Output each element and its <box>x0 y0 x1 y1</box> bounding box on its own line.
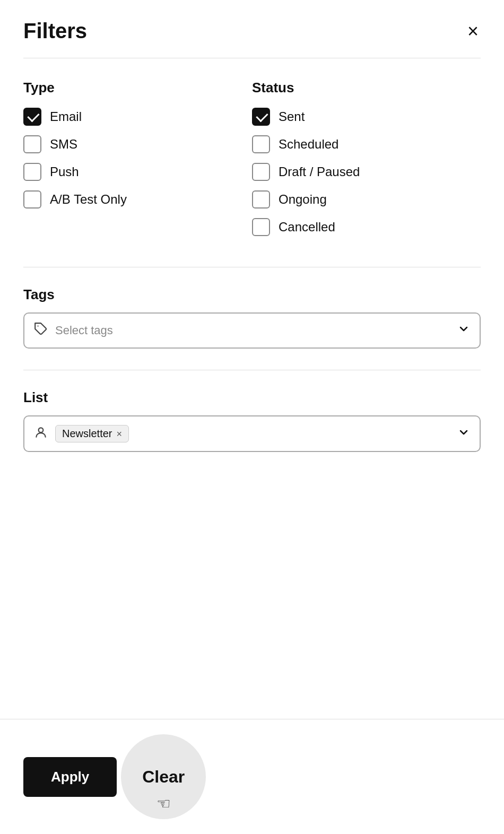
tags-section-label: Tags <box>23 286 481 303</box>
checkbox-ongoing-label: Ongoing <box>279 192 327 207</box>
checkbox-sent-label: Sent <box>279 109 305 124</box>
list-section: List Newsletter × <box>23 389 481 452</box>
checkbox-email-label: Email <box>50 109 82 124</box>
checkbox-scheduled[interactable]: Scheduled <box>252 135 481 153</box>
status-column: Status Sent Scheduled Draft / Paused <box>252 80 481 246</box>
checkbox-draft-paused-label: Draft / Paused <box>279 164 360 179</box>
tags-placeholder: Select tags <box>55 324 450 337</box>
filter-columns: Type Email SMS Push <box>23 80 481 246</box>
checkbox-email[interactable]: Email <box>23 108 252 126</box>
type-column: Type Email SMS Push <box>23 80 252 246</box>
cursor-hand-icon: ☜ <box>157 794 171 813</box>
checkbox-ab-test-label: A/B Test Only <box>50 192 127 207</box>
checkbox-sms-label: SMS <box>50 137 77 152</box>
checkbox-push-box[interactable] <box>23 163 41 181</box>
checkbox-cancelled[interactable]: Cancelled <box>252 218 481 236</box>
svg-point-1 <box>39 428 44 432</box>
panel-body: Type Email SMS Push <box>0 58 504 719</box>
checkbox-sent-box[interactable] <box>252 108 270 126</box>
newsletter-chip-label: Newsletter <box>62 428 112 440</box>
checkbox-sms-box[interactable] <box>23 135 41 153</box>
person-icon <box>34 425 48 442</box>
checkbox-draft-paused[interactable]: Draft / Paused <box>252 163 481 181</box>
type-label: Type <box>23 80 252 96</box>
checkbox-draft-paused-box[interactable] <box>252 163 270 181</box>
newsletter-chip[interactable]: Newsletter × <box>55 425 129 442</box>
checkbox-push-label: Push <box>50 164 79 179</box>
clear-button[interactable]: Clear <box>142 767 185 787</box>
apply-button[interactable]: Apply <box>23 757 117 797</box>
close-button[interactable]: × <box>465 20 481 43</box>
panel-header: Filters × <box>0 0 504 58</box>
panel-title: Filters <box>23 19 87 43</box>
tag-icon <box>34 322 48 339</box>
status-label: Status <box>252 80 481 96</box>
checkbox-cancelled-box[interactable] <box>252 218 270 236</box>
tags-dropdown[interactable]: Select tags <box>23 312 481 349</box>
checkbox-ongoing[interactable]: Ongoing <box>252 190 481 209</box>
newsletter-chip-remove[interactable]: × <box>116 429 122 439</box>
clear-ripple: Clear ☜ <box>121 734 206 819</box>
checkbox-cancelled-label: Cancelled <box>279 220 335 234</box>
checkbox-ongoing-box[interactable] <box>252 190 270 209</box>
checkbox-ab-test-box[interactable] <box>23 190 41 209</box>
list-dropdown[interactable]: Newsletter × <box>23 415 481 452</box>
tags-chevron-icon <box>457 323 470 338</box>
checkbox-ab-test[interactable]: A/B Test Only <box>23 190 252 209</box>
list-chevron-icon <box>457 426 470 442</box>
clear-btn-wrapper: Clear ☜ <box>121 734 206 819</box>
checkbox-scheduled-box[interactable] <box>252 135 270 153</box>
filters-panel: Filters × Type Email SMS <box>0 0 504 834</box>
checkbox-email-box[interactable] <box>23 108 41 126</box>
list-selected-values: Newsletter × <box>55 425 450 442</box>
tags-list-divider <box>23 370 481 370</box>
tags-section: Tags Select tags <box>23 286 481 349</box>
checkbox-sms[interactable]: SMS <box>23 135 252 153</box>
type-status-divider <box>23 267 481 267</box>
checkbox-push[interactable]: Push <box>23 163 252 181</box>
checkbox-sent[interactable]: Sent <box>252 108 481 126</box>
type-status-section: Type Email SMS Push <box>23 80 481 246</box>
checkbox-scheduled-label: Scheduled <box>279 137 338 152</box>
list-section-label: List <box>23 389 481 406</box>
panel-footer: Apply Clear ☜ <box>0 719 504 834</box>
